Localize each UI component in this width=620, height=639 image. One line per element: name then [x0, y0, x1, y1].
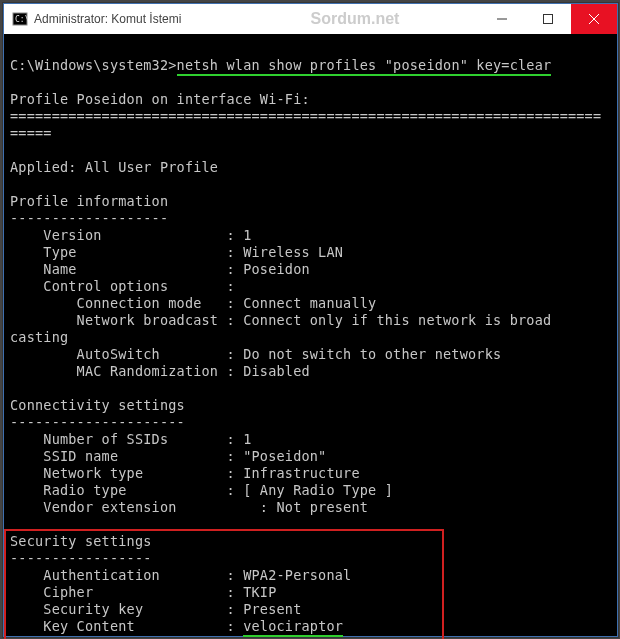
minimize-button[interactable]	[479, 4, 525, 34]
terminal-window: C:\ Administrator: Komut İstemi Sordum.n…	[3, 3, 618, 637]
window-title: Administrator: Komut İstemi	[34, 12, 181, 26]
section-title-profile: Profile information	[10, 193, 168, 209]
profile-header: Profile Poseidon on interface Wi-Fi:	[10, 91, 310, 107]
prompt: C:\Windows\system32>	[10, 57, 177, 73]
titlebar[interactable]: C:\ Administrator: Komut İstemi Sordum.n…	[4, 4, 617, 34]
section-title-connectivity: Connectivity settings	[10, 397, 185, 413]
svg-text:C:\: C:\	[15, 15, 28, 24]
svg-rect-3	[544, 15, 553, 24]
watermark: Sordum.net	[311, 10, 400, 28]
terminal-body[interactable]: C:\Windows\system32>netsh wlan show prof…	[4, 34, 617, 636]
maximize-button[interactable]	[525, 4, 571, 34]
command: netsh wlan show profiles "poseidon" key=…	[177, 57, 552, 76]
applied-line: Applied: All User Profile	[10, 159, 218, 175]
section-title-security: Security settings	[10, 533, 152, 549]
cmd-icon: C:\	[12, 11, 28, 27]
key-content-value: velociraptor	[243, 618, 343, 637]
close-button[interactable]	[571, 4, 617, 34]
